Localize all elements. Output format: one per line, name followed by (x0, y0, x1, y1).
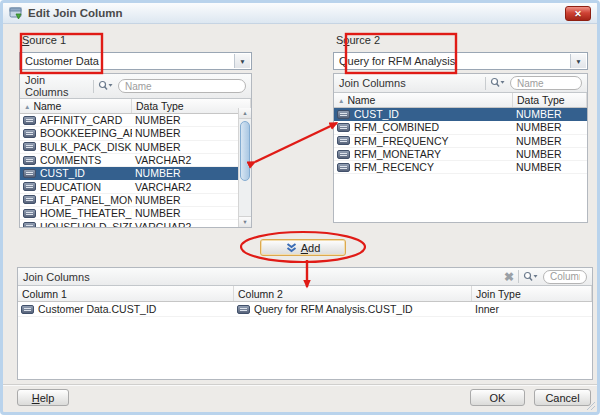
delete-icon[interactable]: ✖ (504, 271, 514, 283)
source2-search-input[interactable] (510, 76, 582, 90)
source2-panel-header: Join Columns (334, 74, 587, 93)
scroll-down-icon[interactable]: ▼ (239, 216, 251, 227)
column-icon (337, 110, 350, 119)
column-icon (337, 150, 350, 159)
column-icon (23, 222, 36, 227)
source2-rows: CUST_IDNUMBER RFM_COMBINEDNUMBER RFM_FRE… (334, 108, 587, 222)
result-panel-header: Join Columns ✖ (18, 268, 592, 286)
column-icon (237, 305, 250, 314)
source1-combo[interactable]: Customer Data ▼ (19, 52, 252, 70)
vertical-scrollbar[interactable]: ▲ ▼ (238, 108, 251, 227)
source2-join-columns-panel: Join Columns ▲ Name Data Type CUST_IDNUM… (333, 73, 588, 223)
column-icon (337, 163, 350, 172)
close-icon[interactable]: ✕ (565, 6, 591, 21)
column-icon (23, 195, 36, 204)
table-row[interactable]: RFM_RECENCYNUMBER (334, 161, 587, 174)
result-table-header: Column 1 Column 2 Join Type (18, 286, 592, 302)
data-type-column-header[interactable]: Data Type (513, 93, 587, 107)
help-button[interactable]: Help (17, 389, 69, 406)
data-type-column-header[interactable]: Data Type (132, 99, 251, 113)
column-icon (23, 142, 36, 151)
source1-label: Source 1 (22, 34, 66, 47)
source1-combo-value: Customer Data (25, 55, 99, 67)
title-bar: Edit Join Column ✕ (3, 3, 597, 24)
edit-join-column-dialog: Edit Join Column ✕ Source 1 Customer Dat… (0, 0, 600, 415)
column-icon (23, 209, 36, 218)
column1-header[interactable]: Column 1 (18, 286, 234, 301)
chevron-down-icon[interactable]: ▼ (234, 54, 250, 68)
table-row[interactable]: BOOKKEEPING_APPLI...NUMBER (20, 127, 251, 140)
table-row[interactable]: EDUCATIONVARCHAR2 (20, 180, 251, 193)
table-row[interactable]: HOUSEHOLD_SIZEVARCHAR2 (20, 220, 251, 227)
column-icon (337, 136, 350, 145)
search-icon[interactable] (98, 80, 114, 92)
divider (485, 77, 486, 90)
table-row[interactable]: RFM_MONETARYNUMBER (334, 148, 587, 161)
search-icon[interactable] (523, 271, 539, 283)
source2-table-header: ▲ Name Data Type (334, 93, 587, 108)
name-column-header[interactable]: ▲ Name (20, 99, 132, 113)
column-icon (337, 123, 350, 132)
table-row[interactable]: BULK_PACK_DISKET...NUMBER (20, 141, 251, 154)
source1-join-columns-panel: Join Columns ▲ Name Data Type AFFINITY_C… (19, 73, 252, 228)
result-join-columns-panel: Join Columns ✖ Column 1 Column 2 Join Ty… (17, 267, 593, 380)
add-button[interactable]: Add (260, 239, 346, 256)
result-panel-title: Join Columns (23, 271, 90, 283)
divider (93, 80, 94, 93)
column-icon (23, 182, 36, 191)
source2-label: Source 2 (336, 34, 380, 47)
scroll-up-icon[interactable]: ▲ (239, 108, 251, 119)
divider (3, 384, 597, 386)
source1-table-header: ▲ Name Data Type (20, 99, 251, 114)
column-icon (23, 116, 36, 125)
table-row[interactable]: RFM_COMBINEDNUMBER (334, 121, 587, 134)
dialog-icon (9, 7, 23, 20)
table-row[interactable]: HOME_THEATER_PA...NUMBER (20, 207, 251, 220)
page-title: Edit Join Column (28, 7, 123, 19)
source2-combo[interactable]: Query for RFM Analysis ▼ (333, 52, 588, 70)
source1-rows: AFFINITY_CARDNUMBER BOOKKEEPING_APPLI...… (20, 114, 251, 227)
sort-asc-icon: ▲ (24, 103, 30, 110)
divider (518, 270, 519, 283)
ok-button[interactable]: OK (470, 389, 525, 406)
table-row[interactable]: RFM_FREQUENCYNUMBER (334, 135, 587, 148)
source1-panel-title: Join Columns (25, 74, 89, 98)
column2-header[interactable]: Column 2 (234, 286, 472, 301)
table-row-selected[interactable]: CUST_IDNUMBER (334, 108, 587, 121)
result-search-input[interactable] (543, 270, 587, 284)
scrollbar-thumb[interactable] (240, 121, 250, 181)
double-chevron-down-icon (286, 243, 297, 253)
table-row[interactable]: COMMENTSVARCHAR2 (20, 154, 251, 167)
join-result-row[interactable]: Customer Data.CUST_ID Query for RFM Anal… (18, 302, 592, 317)
column-icon (23, 156, 36, 165)
column-icon (23, 129, 36, 138)
chevron-down-icon[interactable]: ▼ (570, 54, 586, 68)
cancel-button[interactable]: Cancel (534, 389, 591, 406)
search-icon[interactable] (490, 77, 506, 89)
result-rows: Customer Data.CUST_ID Query for RFM Anal… (18, 302, 592, 379)
table-row-selected[interactable]: CUST_IDNUMBER (20, 167, 251, 180)
source2-panel-title: Join Columns (339, 77, 406, 89)
column-icon (21, 305, 34, 314)
table-row[interactable]: AFFINITY_CARDNUMBER (20, 114, 251, 127)
name-column-header[interactable]: ▲ Name (334, 93, 513, 107)
source2-combo-value: Query for RFM Analysis (339, 55, 455, 67)
join-type-header[interactable]: Join Type (472, 286, 592, 301)
source1-search-input[interactable] (118, 79, 246, 93)
table-row[interactable]: FLAT_PANEL_MONIT...NUMBER (20, 194, 251, 207)
sort-asc-icon: ▲ (338, 97, 344, 104)
source1-panel-header: Join Columns (20, 74, 251, 99)
annotation-double-arrow (255, 123, 337, 162)
column-icon (23, 169, 36, 178)
